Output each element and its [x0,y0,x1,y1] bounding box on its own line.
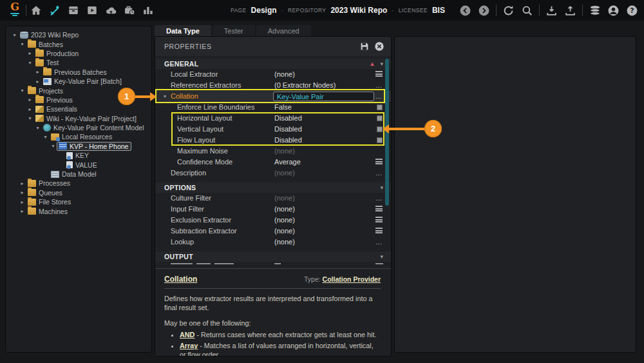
property-value[interactable]: (none) [274,194,295,202]
property-row-exclusion-extractor[interactable]: Exclusion Extractor(none) [155,215,391,226]
expanded-arrow-icon[interactable]: ▾ [26,60,33,66]
expanded-arrow-icon[interactable]: ▾ [19,88,26,93]
batch-box-icon[interactable] [67,4,80,17]
property-row-local-extractor[interactable]: Local Extractor(none) [155,69,391,80]
tree-item-data-model[interactable]: Data Model [8,170,149,179]
section-header-general[interactable]: GENERAL▲▾ [155,59,391,69]
collapsed-arrow-icon[interactable]: ▸ [26,50,33,56]
property-row-vertical-layout[interactable]: Vertical LayoutDisabled [155,124,391,135]
ellipsis-button[interactable]: … [374,169,383,177]
property-row-flow-layout[interactable]: Flow LayoutDisabled [155,135,391,146]
property-row-enforce-line-boundaries[interactable]: Enforce Line BoundariesFalse [155,102,391,113]
tree-item-production[interactable]: ▸Production [8,49,149,58]
tree-item-key[interactable]: KEY [8,151,149,160]
property-value[interactable]: Disabled [274,136,302,144]
tree-item-kvp-home-phone[interactable]: ▾KVP - Home Phone [8,142,149,151]
tree-item-key-value-pair-content-model[interactable]: ▾Key-Value Pair Content Model [8,123,149,132]
refresh-icon[interactable] [502,4,515,17]
property-value[interactable]: Disabled [274,114,302,122]
home-icon[interactable] [30,4,43,17]
property-row-description[interactable]: Description(none)… [155,168,391,179]
collapsed-arrow-icon[interactable]: ▸ [19,190,26,195]
tree-item-essentials[interactable]: ▸Essentials [8,104,149,113]
property-row-maximum-noise[interactable]: Maximum Noise(none) [155,146,391,157]
property-row-referenced-extractors[interactable]: Referenced Extractors(0 Extractor Nodes)… [155,80,391,91]
section-header-options[interactable]: OPTIONS▾ [155,182,391,193]
property-value[interactable]: (none) [274,216,295,224]
property-value[interactable]: (0 Extractor Nodes) [274,81,336,89]
property-value[interactable]: (none) [274,169,295,177]
chevron-down-icon[interactable]: ▾ [380,254,383,260]
property-row-culture-filter[interactable]: Culture Filter(none)… [155,193,391,204]
collapsed-arrow-icon[interactable]: ▸ [34,79,41,84]
expanded-arrow-icon[interactable]: ▾ [42,134,49,140]
job-activity-icon[interactable] [123,4,136,17]
dropdown-menu-icon[interactable] [374,228,383,235]
tab-advanced[interactable]: Advanced [256,25,311,36]
dropdown-menu-icon[interactable] [374,159,383,166]
dropdown-menu-icon[interactable] [374,206,383,213]
collapsed-arrow-icon[interactable]: ▸ [19,208,26,214]
dropdown-menu-icon[interactable] [374,217,383,224]
tree-item-previous[interactable]: ▸Previous [8,95,149,104]
property-row-collation[interactable]: ▾CollationKey-Value Pair… [155,91,391,102]
ellipsis-button[interactable]: … [374,194,383,202]
collapsed-arrow-icon[interactable]: ▸ [26,97,33,103]
search-icon[interactable] [520,4,534,17]
close-icon[interactable] [374,41,384,52]
ellipsis-button[interactable]: … [374,238,383,246]
checkbox[interactable] [377,126,383,132]
collapsed-arrow-icon[interactable]: ▸ [19,199,26,205]
page-value[interactable]: Design [251,6,277,15]
save-icon[interactable] [359,41,370,52]
section-header-output[interactable]: OUTPUT▾ [155,251,391,262]
expanded-arrow-icon[interactable]: ▾ [11,32,18,38]
collapsed-arrow-icon[interactable]: ▸ [19,181,26,186]
row-expander-icon[interactable]: ▾ [164,93,166,99]
property-value[interactable]: False [274,103,292,111]
ellipsis-button[interactable]: … [374,92,383,100]
property-value[interactable]: (none) [274,147,295,155]
forward-button[interactable] [477,4,491,17]
property-value-input[interactable]: Key-Value Pair [273,92,374,101]
property-value[interactable]: (none) [274,227,295,235]
property-row-subtraction-extractor[interactable]: Subtraction Extractor(none) [155,226,391,237]
property-value[interactable]: Average [274,158,301,166]
tab-tester[interactable]: Tester [213,25,255,36]
tree-item-machines[interactable]: ▸Machines [8,206,149,215]
download-icon[interactable] [545,4,558,17]
help-icon[interactable]: ? [625,4,639,17]
stats-chart-icon[interactable] [142,4,155,17]
checkbox[interactable] [377,104,383,110]
expanded-arrow-icon[interactable]: ▾ [19,41,26,47]
checkbox[interactable] [377,137,383,143]
property-value[interactable]: Disabled [274,125,302,133]
tree-item-queues[interactable]: ▸Queues [8,188,149,197]
help-type-link[interactable]: Collation Provider [323,275,381,283]
property-row-lookup[interactable]: Lookup(none)… [155,237,391,248]
expanded-arrow-icon[interactable]: ▾ [34,125,41,131]
tree-item-local-resources[interactable]: ▾Local Resources [8,132,149,141]
ellipsis-button[interactable]: … [374,81,383,89]
collapsed-arrow-icon[interactable]: ▸ [26,106,33,112]
chevron-down-icon[interactable]: ▾ [380,61,383,67]
property-value[interactable]: (none) [274,238,295,246]
back-button[interactable] [459,4,472,17]
grid-scrollbar[interactable] [385,59,389,206]
design-tools-icon[interactable] [48,4,61,17]
expanded-arrow-icon[interactable]: ▾ [26,115,33,121]
upload-icon[interactable] [564,4,577,17]
tab-data-type[interactable]: Data Type [155,25,211,36]
tree-item-projects[interactable]: ▾Projects [8,86,149,95]
cloud-upload-icon[interactable] [104,4,117,17]
expanded-arrow-icon[interactable]: ▾ [50,143,57,149]
property-value[interactable]: (none) [274,70,295,78]
property-row-confidence-mode[interactable]: Confidence ModeAverage [155,157,391,168]
database-icon[interactable] [588,4,601,17]
dropdown-menu-icon[interactable] [374,71,383,78]
tree-item-processes[interactable]: ▸Processes [8,179,149,188]
tree-item-batches[interactable]: ▾Batches [8,39,149,48]
property-value[interactable]: (none) [274,205,295,213]
chevron-down-icon[interactable]: ▾ [380,185,383,191]
property-row-input-filter[interactable]: Input Filter(none) [155,204,391,215]
